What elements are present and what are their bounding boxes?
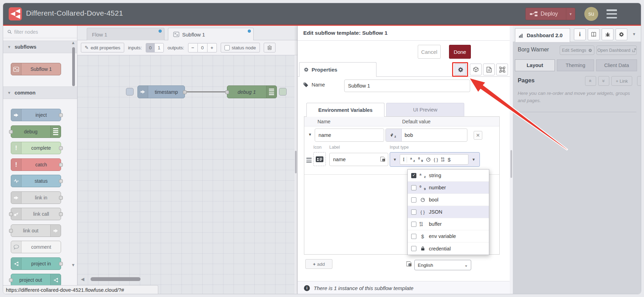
palette-category-common[interactable]: ▼ common: [3, 86, 77, 99]
palette-scroll-down-icon[interactable]: ▼: [71, 263, 75, 267]
tab-dashboard[interactable]: Dashboard 2.0: [515, 28, 570, 42]
input-port[interactable]: [9, 229, 13, 233]
tab-client-data[interactable]: Client Data: [596, 59, 637, 71]
row-expand-caret[interactable]: ▼: [308, 132, 312, 137]
add-link-button[interactable]: + Link: [611, 76, 632, 86]
move-up-button[interactable]: «: [585, 76, 596, 86]
add-page-button[interactable]: + Page: [637, 76, 641, 86]
palette-scrollbar[interactable]: [72, 47, 75, 86]
input-port[interactable]: [9, 278, 13, 282]
edit-settings-button[interactable]: Edit Settings: [560, 46, 594, 55]
menu-item-json[interactable]: { } JSON: [408, 206, 489, 218]
edit-properties-button[interactable]: ✎ edit properties: [81, 43, 124, 52]
palette-node-comment[interactable]: comment: [11, 241, 61, 253]
language-select[interactable]: English ⌄: [414, 260, 471, 270]
status-node-checkbox[interactable]: [224, 45, 230, 50]
delete-row-button[interactable]: ✕: [474, 131, 482, 140]
subflow-name-input[interactable]: [344, 80, 470, 92]
output-port[interactable]: [59, 113, 63, 117]
deploy-options-arrow[interactable]: ▼: [566, 8, 575, 20]
palette-node-subflow1[interactable]: Subflow 1: [11, 63, 61, 75]
output-port[interactable]: [59, 146, 63, 150]
palette-category-subflows[interactable]: ▼ subflows: [3, 41, 77, 53]
menu-item-buffer[interactable]: 0110 buffer: [408, 218, 489, 230]
menu-item-credential[interactable]: credential: [408, 242, 489, 255]
outputs-stepper[interactable]: − 0 +: [188, 43, 217, 52]
tab-properties[interactable]: Properties: [299, 62, 376, 77]
checkbox[interactable]: [411, 209, 416, 215]
menu-item-env-variable[interactable]: $ env variable: [408, 230, 489, 242]
cancel-button[interactable]: Cancel: [418, 45, 441, 59]
output-port[interactable]: [59, 179, 63, 183]
tab-ui-preview[interactable]: UI Preview: [386, 103, 464, 117]
tab-subflow1[interactable]: Subflow 1: [168, 28, 254, 41]
deploy-button[interactable]: Deploy ▼: [525, 8, 575, 20]
palette-node-catch[interactable]: ! catch: [11, 158, 61, 171]
description-doc-button[interactable]: [483, 64, 495, 75]
palette-node-project-out[interactable]: project out: [11, 274, 61, 286]
appearance-cube-button[interactable]: [470, 64, 482, 75]
output-port[interactable]: [59, 262, 63, 266]
user-avatar[interactable]: su: [584, 7, 598, 21]
drag-handle-icon[interactable]: [306, 158, 312, 163]
tab-flow1[interactable]: Flow 1: [87, 28, 164, 41]
outputs-minus-button[interactable]: −: [188, 43, 198, 52]
info-tab-button[interactable]: i: [574, 28, 586, 40]
env-var-icon-picker[interactable]: [313, 152, 326, 166]
canvas-horizontal-scrollbar[interactable]: [91, 277, 141, 281]
palette-node-debug[interactable]: debug: [11, 125, 61, 138]
palette-node-complete[interactable]: ! complete: [11, 142, 61, 154]
env-var-label-input[interactable]: [329, 153, 388, 166]
palette-node-link-out[interactable]: link out: [11, 224, 61, 237]
checkbox[interactable]: [411, 185, 416, 190]
input-type-control[interactable]: ▼ I az 09 { } 0110 $ ▼: [390, 152, 480, 167]
config-tab-button[interactable]: [616, 28, 627, 40]
checkbox[interactable]: [411, 222, 416, 227]
palette-node-project-in[interactable]: project in: [11, 257, 61, 270]
input-port[interactable]: [9, 130, 13, 134]
output-port[interactable]: [59, 196, 63, 200]
palette-node-link-call[interactable]: link call: [11, 208, 61, 220]
status-node-toggle[interactable]: status node: [221, 43, 260, 52]
open-dashboard-button[interactable]: Open Dashboard: [596, 46, 637, 55]
inputs-toggle[interactable]: 0 1: [146, 43, 164, 52]
palette-filter-input[interactable]: [14, 29, 66, 35]
palette-node-link-in[interactable]: link in: [11, 191, 61, 204]
chevron-down-icon[interactable]: ▼: [632, 32, 636, 36]
output-port[interactable]: [59, 212, 63, 216]
done-button[interactable]: Done: [449, 45, 471, 59]
menu-item-number[interactable]: 09 number: [408, 182, 489, 194]
env-var-name-input[interactable]: [315, 129, 384, 142]
tray-scrollbar-strip[interactable]: [510, 26, 513, 294]
main-menu-icon[interactable]: [607, 9, 617, 18]
checkbox[interactable]: [411, 234, 416, 239]
chevron-down-icon[interactable]: ▼: [390, 157, 400, 162]
canvas-vertical-scrollbar[interactable]: [295, 55, 297, 294]
checkbox[interactable]: [411, 246, 416, 251]
delete-subflow-button[interactable]: [264, 43, 276, 52]
palette-search[interactable]: [3, 26, 77, 38]
move-down-button[interactable]: »: [598, 76, 609, 86]
checkbox[interactable]: [411, 197, 416, 203]
palette-node-status[interactable]: status: [11, 175, 61, 187]
menu-item-bool[interactable]: bool: [408, 194, 489, 206]
canvas-scroll-left-icon[interactable]: ◀: [81, 277, 84, 282]
palette-node-inject[interactable]: inject: [11, 109, 61, 121]
translate-icon[interactable]: A: [380, 156, 385, 162]
debug-tab-button[interactable]: [602, 28, 613, 40]
tab-theming[interactable]: Theming: [557, 59, 594, 71]
checkbox-checked[interactable]: [411, 173, 416, 178]
tab-environment-variables[interactable]: Environment Variables: [306, 103, 384, 117]
output-port[interactable]: [59, 163, 63, 167]
outputs-plus-button[interactable]: +: [207, 43, 217, 52]
env-var-value-typedinput[interactable]: ▼ az bob: [385, 129, 467, 142]
menu-item-string[interactable]: az string: [408, 170, 489, 182]
palette-scroll-up-icon[interactable]: ▲: [71, 40, 75, 45]
chevron-down-icon[interactable]: ▼: [468, 157, 479, 162]
module-properties-button[interactable]: [496, 64, 508, 75]
help-tab-button[interactable]: [588, 28, 600, 40]
type-select-button[interactable]: ▼ az: [386, 129, 402, 141]
input-port[interactable]: [9, 212, 13, 216]
add-env-var-button[interactable]: +add: [305, 259, 332, 269]
tab-layout[interactable]: Layout: [515, 59, 555, 71]
